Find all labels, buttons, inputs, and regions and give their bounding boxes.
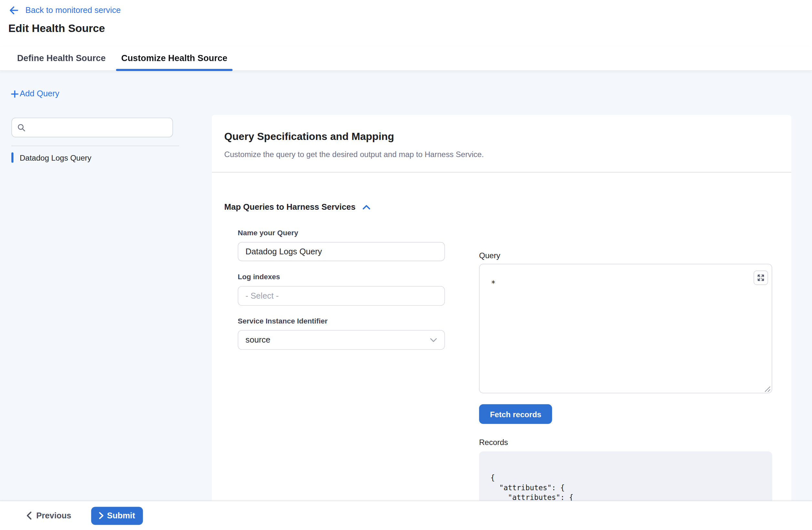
records-label: Records: [479, 438, 508, 447]
page-title: Edit Health Source: [9, 22, 105, 34]
query-editor: *: [479, 264, 772, 393]
card-header-divider: [212, 172, 791, 173]
log-indexes-placeholder: - Select -: [245, 291, 279, 301]
page: Back to monitored service Edit Health So…: [0, 0, 812, 530]
previous-button[interactable]: Previous: [27, 511, 71, 520]
card-subtitle: Customize the query to get the desired o…: [224, 149, 779, 172]
chevron-left-icon: [27, 512, 32, 520]
card-title: Query Specifications and Mapping: [224, 131, 779, 143]
tab-define-health-source[interactable]: Define Health Source: [12, 46, 111, 70]
page-header: Back to monitored service Edit Health So…: [0, 0, 812, 46]
footer-bar: Previous Submit: [0, 501, 812, 530]
previous-label: Previous: [36, 511, 71, 520]
chevron-up-icon[interactable]: [363, 204, 371, 210]
name-query-label: Name your Query: [238, 228, 445, 237]
submit-label: Submit: [107, 511, 135, 520]
records-json-line: {: [491, 473, 772, 483]
tab-bar: Define Health Source Customize Health So…: [0, 46, 812, 71]
query-specifications-card: Query Specifications and Mapping Customi…: [212, 115, 791, 501]
plus-icon: [10, 89, 20, 98]
arrow-left-icon: [9, 5, 19, 15]
fetch-records-button[interactable]: Fetch records: [479, 404, 552, 424]
query-search-box: [11, 118, 173, 137]
log-indexes-select[interactable]: - Select -: [238, 286, 445, 306]
add-query-label: Add Query: [20, 89, 59, 99]
search-icon: [17, 123, 26, 132]
section-heading-label: Map Queries to Harness Services: [224, 203, 355, 212]
expand-query-button[interactable]: [754, 271, 768, 285]
tab-customize-health-source[interactable]: Customize Health Source: [116, 46, 233, 70]
textarea-resize-handle[interactable]: [764, 385, 771, 392]
query-textarea[interactable]: *: [479, 264, 772, 393]
chevron-right-icon: [99, 512, 103, 519]
back-link[interactable]: Back to monitored service: [9, 5, 120, 15]
log-indexes-label: Log indexes: [238, 272, 445, 281]
records-json-line: "attributes": {: [491, 493, 772, 501]
query-name-input[interactable]: [238, 242, 445, 261]
expand-arrows-icon: [757, 274, 765, 282]
query-item-label: Datadog Logs Query: [20, 153, 91, 162]
selected-accent-bar: [11, 152, 13, 162]
records-json: { "attributes": { "attributes": { "date"…: [479, 452, 772, 501]
records-json-line: "attributes": {: [491, 483, 772, 492]
service-instance-select[interactable]: source: [238, 330, 445, 350]
records-box: { "attributes": { "attributes": { "date"…: [479, 452, 772, 501]
chevron-down-icon: [430, 338, 437, 342]
map-queries-section-heading: Map Queries to Harness Services: [224, 203, 371, 212]
query-label: Query: [479, 251, 500, 259]
back-link-label: Back to monitored service: [26, 6, 121, 15]
service-instance-identifier-label: Service Instance Identifier: [238, 317, 445, 325]
submit-button[interactable]: Submit: [91, 506, 143, 525]
sidebar-divider: [11, 146, 179, 146]
search-input[interactable]: [30, 124, 167, 132]
sidebar-item-datadog-logs-query[interactable]: Datadog Logs Query: [11, 150, 179, 165]
add-query-button[interactable]: Add Query: [10, 89, 59, 99]
service-instance-value: source: [245, 335, 270, 344]
content-area: Add Query Datadog Logs Query Query Speci…: [0, 71, 812, 501]
mapping-fields: Name your Query Log indexes - Select - S…: [238, 228, 445, 350]
card-header: Query Specifications and Mapping Customi…: [212, 115, 791, 172]
